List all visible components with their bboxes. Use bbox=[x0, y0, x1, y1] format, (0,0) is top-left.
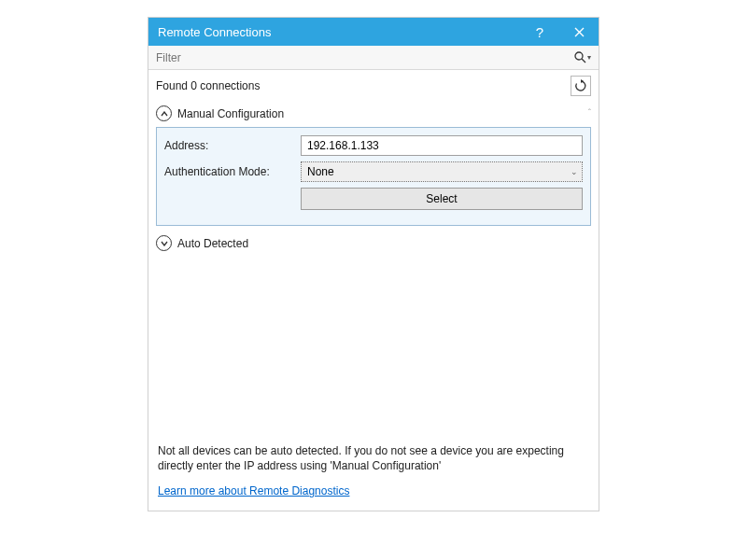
manual-config-panel: Address: Authentication Mode: None ⌄ Sel… bbox=[156, 127, 591, 226]
hint-text: Not all devices can be auto detected. If… bbox=[148, 438, 599, 481]
svg-line-1 bbox=[582, 59, 585, 63]
address-label: Address: bbox=[164, 139, 293, 152]
close-button[interactable] bbox=[559, 18, 599, 46]
filter-input[interactable] bbox=[148, 46, 567, 69]
auto-detected-panel bbox=[148, 255, 599, 438]
window-title: Remote Connections bbox=[158, 25, 520, 39]
manual-config-header[interactable]: Manual Configuration ˆ bbox=[148, 102, 599, 125]
svg-point-0 bbox=[575, 52, 583, 60]
learn-more-link[interactable]: Learn more about Remote Diagnostics bbox=[148, 481, 599, 511]
filter-bar: ▾ bbox=[148, 46, 599, 70]
auth-mode-value: None bbox=[307, 165, 334, 178]
search-icon bbox=[574, 51, 586, 63]
select-button[interactable]: Select bbox=[301, 188, 583, 210]
status-row: Found 0 connections bbox=[148, 70, 599, 102]
help-button[interactable]: ? bbox=[520, 18, 559, 46]
refresh-button[interactable] bbox=[571, 76, 591, 96]
address-input[interactable] bbox=[301, 135, 583, 156]
search-button[interactable]: ▾ bbox=[567, 46, 599, 69]
auto-detected-header[interactable]: Auto Detected bbox=[148, 231, 599, 255]
select-row: Select bbox=[164, 188, 583, 210]
chevron-collapse-icon: ˆ bbox=[588, 108, 591, 119]
chevron-down-icon: ⌄ bbox=[571, 167, 578, 176]
found-count-text: Found 0 connections bbox=[156, 79, 571, 92]
dropdown-caret-icon: ▾ bbox=[587, 53, 591, 62]
titlebar: Remote Connections ? bbox=[148, 18, 599, 46]
auth-label: Authentication Mode: bbox=[164, 165, 293, 178]
auth-mode-select[interactable]: None ⌄ bbox=[301, 161, 583, 182]
remote-connections-window: Remote Connections ? ▾ Found 0 connectio… bbox=[148, 17, 599, 511]
chevron-up-icon bbox=[156, 105, 172, 121]
auth-row: Authentication Mode: None ⌄ bbox=[164, 161, 583, 182]
close-icon bbox=[574, 27, 585, 37]
refresh-icon bbox=[574, 79, 587, 92]
chevron-down-icon bbox=[156, 235, 172, 251]
auto-detected-title: Auto Detected bbox=[177, 237, 248, 250]
manual-config-title: Manual Configuration bbox=[177, 107, 284, 120]
address-row: Address: bbox=[164, 135, 583, 156]
